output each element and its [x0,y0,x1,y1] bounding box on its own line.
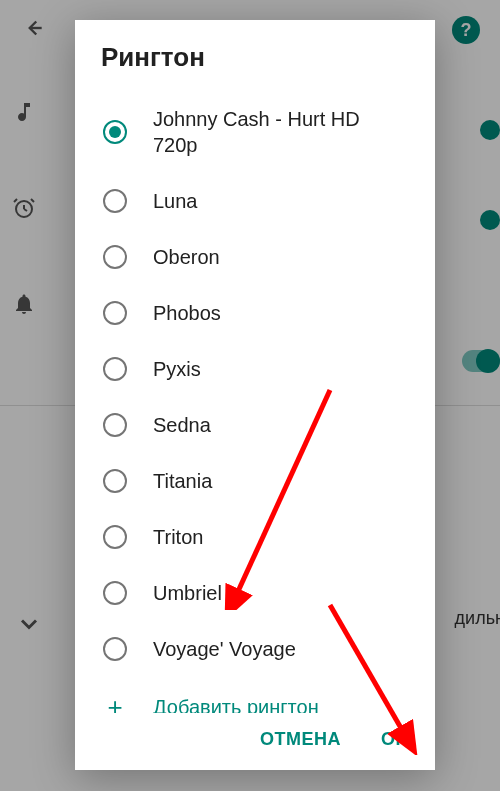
ringtone-option-label: Oberon [153,244,220,270]
radio-icon [103,301,127,325]
ringtone-option-label: Luna [153,188,198,214]
dialog-actions: ОТМЕНА ОК [75,713,435,770]
radio-icon [103,581,127,605]
ringtone-option-label: Umbriel [153,580,222,606]
radio-icon [103,469,127,493]
dialog-title: Рингтон [75,20,435,91]
ringtone-option-label: Johnny Cash - Hurt HD 720p [153,106,407,158]
ringtone-option[interactable]: Voyage' Voyage [85,621,425,677]
radio-icon [103,413,127,437]
radio-icon [103,525,127,549]
radio-icon [103,189,127,213]
plus-icon: + [103,695,127,713]
ringtone-option-label: Pyxis [153,356,201,382]
radio-icon [103,120,127,144]
radio-icon [103,245,127,269]
ok-button[interactable]: ОК [381,729,407,750]
ringtone-option[interactable]: Pyxis [85,341,425,397]
ringtone-option[interactable]: Johnny Cash - Hurt HD 720p [85,91,425,173]
cancel-button[interactable]: ОТМЕНА [260,729,341,750]
add-ringtone-button[interactable]: +Добавить рингтон [85,677,425,713]
ringtone-option[interactable]: Luna [85,173,425,229]
ringtone-option[interactable]: Oberon [85,229,425,285]
ringtone-option[interactable]: Phobos [85,285,425,341]
ringtone-option[interactable]: Umbriel [85,565,425,621]
ringtone-option-label: Phobos [153,300,221,326]
ringtone-option[interactable]: Titania [85,453,425,509]
ringtone-option-label: Titania [153,468,212,494]
ringtone-option-label: Triton [153,524,203,550]
add-ringtone-label: Добавить рингтон [153,696,319,714]
ringtone-option[interactable]: Triton [85,509,425,565]
ringtone-dialog: Рингтон Johnny Cash - Hurt HD 720pLunaOb… [75,20,435,770]
ringtone-option-label: Sedna [153,412,211,438]
ringtone-option[interactable]: Sedna [85,397,425,453]
radio-icon [103,637,127,661]
ringtone-option-label: Voyage' Voyage [153,636,296,662]
ringtone-options-list: Johnny Cash - Hurt HD 720pLunaOberonPhob… [75,91,435,713]
radio-icon [103,357,127,381]
